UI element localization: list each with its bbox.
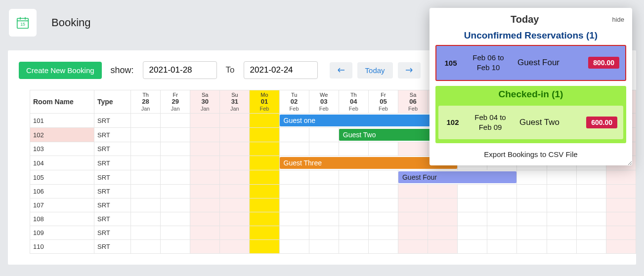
booking-cell[interactable]: Guest Four bbox=[398, 170, 516, 185]
day-cell[interactable] bbox=[547, 226, 576, 240]
day-cell[interactable] bbox=[428, 185, 458, 198]
day-cell[interactable] bbox=[161, 128, 190, 142]
day-cell[interactable] bbox=[250, 170, 279, 185]
day-cell[interactable] bbox=[458, 226, 487, 240]
day-cell[interactable] bbox=[250, 198, 279, 212]
export-link[interactable]: Export Bookings to CSV File bbox=[435, 143, 626, 158]
day-cell[interactable] bbox=[190, 212, 220, 226]
day-cell[interactable] bbox=[250, 212, 279, 226]
day-cell[interactable] bbox=[161, 226, 190, 240]
day-cell[interactable] bbox=[547, 240, 576, 254]
day-cell[interactable] bbox=[398, 240, 428, 254]
day-cell[interactable] bbox=[220, 128, 250, 142]
reservation-card[interactable]: 102Feb 04 toFeb 09Guest Two600.00 bbox=[438, 106, 623, 140]
day-cell[interactable] bbox=[339, 142, 368, 156]
day-cell[interactable] bbox=[428, 212, 458, 226]
day-cell[interactable] bbox=[309, 212, 339, 226]
day-cell[interactable] bbox=[161, 114, 190, 128]
day-cell[interactable] bbox=[547, 185, 576, 198]
day-cell[interactable] bbox=[131, 240, 161, 254]
day-cell[interactable] bbox=[220, 156, 250, 170]
day-cell[interactable] bbox=[368, 170, 398, 185]
day-cell[interactable] bbox=[458, 185, 487, 198]
day-cell[interactable] bbox=[547, 198, 576, 212]
day-cell[interactable] bbox=[250, 240, 279, 254]
day-cell[interactable] bbox=[428, 226, 458, 240]
day-cell[interactable] bbox=[368, 226, 398, 240]
day-cell[interactable] bbox=[368, 142, 398, 156]
day-cell[interactable] bbox=[220, 212, 250, 226]
day-cell[interactable] bbox=[547, 170, 576, 185]
hide-link[interactable]: hide bbox=[612, 16, 624, 23]
day-cell[interactable] bbox=[487, 226, 517, 240]
day-cell[interactable] bbox=[458, 240, 487, 254]
day-cell[interactable] bbox=[131, 226, 161, 240]
day-cell[interactable] bbox=[161, 156, 190, 170]
day-cell[interactable] bbox=[190, 128, 220, 142]
day-cell[interactable] bbox=[517, 240, 547, 254]
day-cell[interactable] bbox=[279, 185, 309, 198]
day-cell[interactable] bbox=[339, 212, 368, 226]
day-cell[interactable] bbox=[131, 128, 161, 142]
day-cell[interactable] bbox=[220, 142, 250, 156]
day-cell[interactable] bbox=[309, 240, 339, 254]
day-cell[interactable] bbox=[131, 198, 161, 212]
day-cell[interactable] bbox=[339, 240, 368, 254]
day-cell[interactable] bbox=[131, 212, 161, 226]
day-cell[interactable] bbox=[279, 240, 309, 254]
day-cell[interactable] bbox=[220, 226, 250, 240]
day-cell[interactable] bbox=[606, 185, 636, 198]
day-cell[interactable] bbox=[220, 170, 250, 185]
day-cell[interactable] bbox=[339, 198, 368, 212]
day-cell[interactable] bbox=[368, 212, 398, 226]
day-cell[interactable] bbox=[428, 198, 458, 212]
day-cell[interactable] bbox=[309, 170, 339, 185]
day-cell[interactable] bbox=[309, 185, 339, 198]
day-cell[interactable] bbox=[250, 128, 279, 142]
day-cell[interactable] bbox=[576, 185, 606, 198]
day-cell[interactable] bbox=[279, 128, 309, 142]
day-cell[interactable] bbox=[250, 156, 279, 170]
day-cell[interactable] bbox=[131, 185, 161, 198]
day-cell[interactable] bbox=[190, 240, 220, 254]
next-button[interactable] bbox=[398, 62, 421, 79]
day-cell[interactable] bbox=[576, 170, 606, 185]
day-cell[interactable] bbox=[606, 212, 636, 226]
day-cell[interactable] bbox=[487, 240, 517, 254]
day-cell[interactable] bbox=[398, 226, 428, 240]
day-cell[interactable] bbox=[131, 170, 161, 185]
day-cell[interactable] bbox=[161, 212, 190, 226]
day-cell[interactable] bbox=[606, 226, 636, 240]
day-cell[interactable] bbox=[339, 185, 368, 198]
day-cell[interactable] bbox=[398, 212, 428, 226]
day-cell[interactable] bbox=[131, 114, 161, 128]
day-cell[interactable] bbox=[576, 240, 606, 254]
day-cell[interactable] bbox=[309, 142, 339, 156]
day-cell[interactable] bbox=[190, 156, 220, 170]
prev-button[interactable] bbox=[330, 62, 352, 79]
day-cell[interactable] bbox=[250, 226, 279, 240]
today-panel[interactable]: Today hide Unconfirmed Reservations (1) … bbox=[429, 8, 632, 165]
today-button[interactable]: Today bbox=[357, 62, 393, 79]
day-cell[interactable] bbox=[517, 198, 547, 212]
day-cell[interactable] bbox=[398, 185, 428, 198]
day-cell[interactable] bbox=[131, 142, 161, 156]
day-cell[interactable] bbox=[368, 185, 398, 198]
day-cell[interactable] bbox=[487, 198, 517, 212]
day-cell[interactable] bbox=[190, 185, 220, 198]
day-cell[interactable] bbox=[576, 226, 606, 240]
day-cell[interactable] bbox=[279, 170, 309, 185]
day-cell[interactable] bbox=[220, 185, 250, 198]
day-cell[interactable] bbox=[190, 142, 220, 156]
day-cell[interactable] bbox=[576, 212, 606, 226]
day-cell[interactable] bbox=[279, 198, 309, 212]
day-cell[interactable] bbox=[458, 212, 487, 226]
day-cell[interactable] bbox=[220, 114, 250, 128]
day-cell[interactable] bbox=[190, 198, 220, 212]
day-cell[interactable] bbox=[606, 240, 636, 254]
day-cell[interactable] bbox=[161, 142, 190, 156]
day-cell[interactable] bbox=[368, 198, 398, 212]
day-cell[interactable] bbox=[161, 240, 190, 254]
day-cell[interactable] bbox=[428, 240, 458, 254]
day-cell[interactable] bbox=[398, 198, 428, 212]
